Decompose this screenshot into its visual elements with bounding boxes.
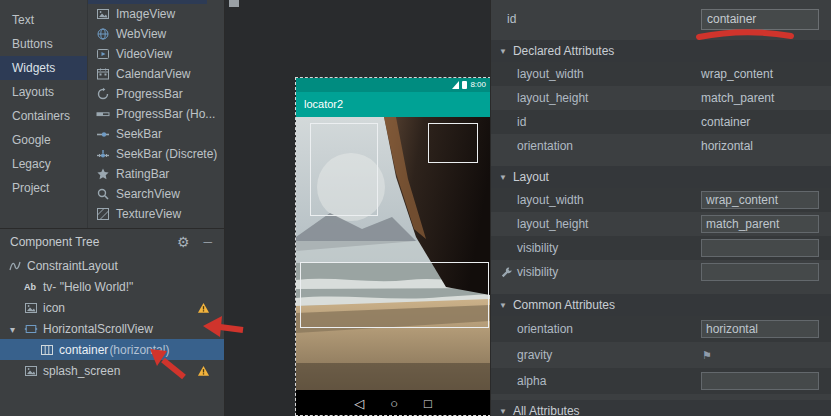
palette-widget-label: WebView — [116, 27, 166, 41]
gear-icon[interactable]: ⚙ — [177, 234, 190, 250]
flag-icon: ⚑ — [702, 349, 715, 362]
tree-item-label: HorizontalScrollView — [43, 322, 153, 336]
section-header-declared-attributes[interactable]: ▼Declared Attributes — [491, 40, 831, 62]
palette-widget-label: SeekBar (Discrete) — [116, 147, 217, 161]
tree-item-label: icon — [43, 301, 65, 315]
attribute-label: layout_height — [517, 217, 588, 231]
palette-category-label: Project — [12, 181, 49, 195]
palette-widget-label: RatingBar — [116, 167, 169, 181]
attribute-value: container — [701, 115, 750, 129]
webview-icon — [96, 27, 110, 41]
palette-category-project[interactable]: Project — [0, 176, 87, 200]
scrollbar-thumb[interactable] — [229, 0, 239, 7]
attribute-value-input[interactable]: wrap_content — [701, 191, 819, 209]
palette-widget-searchview[interactable]: SearchView — [88, 184, 224, 204]
section-header-common-attributes[interactable]: ▼Common Attributes — [491, 294, 831, 316]
attribute-value: match_parent — [706, 217, 779, 231]
section-rows: orientationhorizontalgravity⚑alpha — [491, 316, 831, 394]
device-preview[interactable]: 8:00 locator2 — [296, 78, 490, 416]
android-studio-layout-editor: TextButtonsWidgetsLayoutsContainersGoogl… — [0, 0, 831, 416]
attribute-label-wrap: visibility — [517, 241, 558, 255]
tree-item-constraintlayout[interactable]: ConstraintLayout — [0, 255, 224, 276]
recents-icon: □ — [424, 396, 432, 411]
attribute-label-wrap: visibility — [517, 265, 558, 279]
tree-item-splash-screen[interactable]: splash_screen — [0, 360, 224, 381]
palette-category-buttons[interactable]: Buttons — [0, 32, 87, 56]
palette-category-widgets[interactable]: Widgets — [0, 56, 87, 80]
attribute-row-orientation: orientationhorizontal — [491, 134, 831, 158]
design-canvas[interactable]: 8:00 locator2 — [225, 0, 490, 416]
palette-category-label: Text — [12, 13, 34, 27]
preview-wallpaper[interactable] — [296, 117, 490, 390]
progressbar-horizontal-icon — [96, 107, 110, 121]
palette-widget-seekbar[interactable]: SeekBar — [88, 124, 224, 144]
partially-visible-selected-row — [88, 0, 207, 4]
minimize-icon[interactable]: ─ — [203, 235, 212, 249]
attribute-row-visibility: visibility — [491, 260, 831, 284]
videoview-icon — [96, 47, 110, 61]
component-tree-header: Component Tree ⚙ ─ — [0, 229, 224, 255]
palette-category-google[interactable]: Google — [0, 128, 87, 152]
attribute-label-wrap: gravity — [517, 348, 552, 362]
tree-item-tv-hello-world[interactable]: Abtv- "Hello World!" — [0, 276, 224, 297]
collapse-arrow-icon: ▼ — [499, 301, 507, 310]
attribute-label-wrap: orientation — [517, 322, 573, 336]
palette-widget-textureview[interactable]: TextureView — [88, 204, 224, 224]
palette-widget-calendarview[interactable]: CalendarView — [88, 64, 224, 84]
constraintlayout-icon — [8, 259, 22, 273]
attribute-value-input[interactable]: match_parent — [701, 215, 819, 233]
component-tree-items: ConstraintLayoutAbtv- "Hello World!"icon… — [0, 255, 224, 381]
palette-category-text[interactable]: Text — [0, 8, 87, 32]
searchview-icon — [96, 187, 110, 201]
attribute-label-wrap: layout_width — [517, 193, 584, 207]
palette-category-layouts[interactable]: Layouts — [0, 80, 87, 104]
palette-category-legacy[interactable]: Legacy — [0, 152, 87, 176]
palette-widget-items: ImageViewWebViewVideoViewCalendarViewPro… — [88, 4, 224, 224]
palette-category-label: Buttons — [12, 37, 53, 51]
attribute-label-wrap: id — [517, 115, 526, 129]
textureview-icon — [96, 207, 110, 221]
palette-widget-webview[interactable]: WebView — [88, 24, 224, 44]
tree-item-label: splash_screen — [43, 364, 120, 378]
expand-arrow-icon[interactable]: ▾ — [10, 323, 15, 334]
section-title: Declared Attributes — [513, 44, 614, 58]
tree-item-horizontalscrollview[interactable]: ▾HorizontalScrollView — [0, 318, 224, 339]
attribute-label-wrap: layout_width — [517, 67, 584, 81]
palette-widget-label: ProgressBar — [116, 87, 183, 101]
section-header-all-attributes[interactable]: ▼All Attributes — [491, 400, 831, 416]
palette-category-label: Widgets — [12, 61, 55, 75]
palette-widget-progressbar-ho[interactable]: ProgressBar (Ho... — [88, 104, 224, 124]
attribute-label-wrap: layout_height — [517, 91, 588, 105]
tree-item-container[interactable]: container(horizontal) — [0, 339, 224, 360]
signal-icon — [452, 81, 459, 89]
palette-widget-imageview[interactable]: ImageView — [88, 4, 224, 24]
tree-item-icon[interactable]: icon — [0, 297, 224, 318]
section-rows: layout_widthwrap_contentlayout_heightmat… — [491, 62, 831, 158]
attribute-label-wrap: layout_height — [517, 217, 588, 231]
seekbar-discrete-icon — [96, 147, 110, 161]
id-attribute-row: id container — [491, 0, 831, 40]
status-bar: 8:00 — [296, 78, 490, 92]
tree-item-label: ConstraintLayout — [27, 259, 118, 273]
id-value-input[interactable]: container — [701, 9, 819, 30]
attribute-value-input[interactable] — [701, 239, 819, 257]
palette-category-containers[interactable]: Containers — [0, 104, 87, 128]
attribute-value-input[interactable]: horizontal — [701, 320, 819, 338]
collapse-arrow-icon: ▼ — [499, 407, 507, 416]
attribute-row-layout-height: layout_heightmatch_parent — [491, 86, 831, 110]
attribute-value-input[interactable] — [701, 372, 819, 390]
section-header-layout[interactable]: ▼Layout — [491, 166, 831, 188]
palette-widget-label: SearchView — [116, 187, 180, 201]
palette-widget-seekbar-discrete[interactable]: SeekBar (Discrete) — [88, 144, 224, 164]
attribute-row-visibility: visibility — [491, 236, 831, 260]
attribute-row-layout-height: layout_heightmatch_parent — [491, 212, 831, 236]
palette-widget-ratingbar[interactable]: RatingBar — [88, 164, 224, 184]
attribute-label: layout_width — [517, 67, 584, 81]
palette-widget-videoview[interactable]: VideoView — [88, 44, 224, 64]
palette-widget-progressbar[interactable]: ProgressBar — [88, 84, 224, 104]
attribute-row-alpha: alpha — [491, 368, 831, 394]
attributes-panel: id container ▼Declared Attributeslayout_… — [490, 0, 831, 416]
section-title: Layout — [513, 170, 549, 184]
attribute-label: orientation — [517, 322, 573, 336]
attribute-value-input[interactable] — [701, 263, 819, 281]
